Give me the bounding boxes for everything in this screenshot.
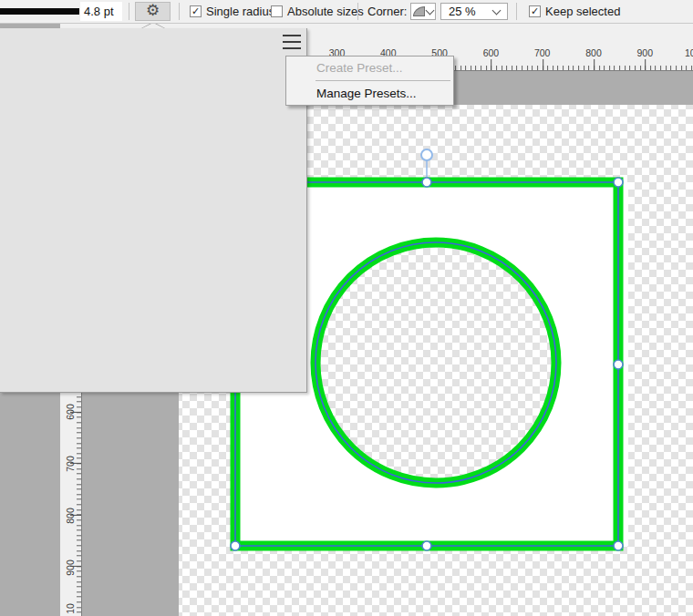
corner-type-dropdown[interactable] xyxy=(410,3,436,20)
stroke-width-field[interactable]: 4.8 pt xyxy=(80,2,122,21)
ruler-tick-label: 600 xyxy=(483,47,500,58)
selection-handle-top-center[interactable] xyxy=(422,178,431,187)
toolbar-separator xyxy=(179,3,180,20)
stroke-settings-button[interactable]: ⚙ xyxy=(135,2,171,21)
selection-handle-middle-right[interactable] xyxy=(614,360,623,369)
hamburger-menu-button[interactable] xyxy=(283,35,301,49)
menu-item-manage-presets[interactable]: Manage Presets... xyxy=(286,83,453,104)
ruler-tick-label: 10 xyxy=(685,47,693,58)
checkbox-label: Keep selected xyxy=(545,5,620,18)
tool-options-toolbar: 4.8 pt ⚙ ✓ Single radius Absolute sizes … xyxy=(0,0,693,24)
toolbar-separator xyxy=(357,3,358,20)
menu-separator xyxy=(315,80,450,81)
rotation-handle[interactable] xyxy=(421,149,432,160)
menu-item-create-preset: Create Preset... xyxy=(286,57,453,78)
rounded-corner-icon xyxy=(413,6,425,16)
checkbox-label: Absolute sizes xyxy=(287,5,364,18)
keep-selected-checkbox[interactable]: ✓ Keep selected xyxy=(529,0,620,23)
checkbox-checked-icon[interactable]: ✓ xyxy=(529,5,541,17)
ruler-tick-label: 800 xyxy=(585,47,602,58)
shape-fill-fringe xyxy=(623,182,628,546)
absolute-sizes-checkbox[interactable]: Absolute sizes xyxy=(271,0,364,23)
toolbar-separator xyxy=(516,3,517,20)
stroke-width-preview[interactable] xyxy=(0,8,79,15)
ruler-tick-label: 900 xyxy=(637,47,654,58)
corner-label: Corner: xyxy=(367,0,407,23)
corner-percent-value: 25 % xyxy=(449,5,476,18)
checkbox-unchecked-icon[interactable] xyxy=(271,5,283,17)
application-window: 300 400 500 600 700 800 900 10 600 700 8… xyxy=(0,0,693,616)
hamburger-bar xyxy=(283,41,301,43)
chevron-down-icon xyxy=(492,5,502,15)
ruler-tick-label: 700 xyxy=(534,47,551,58)
corner-percent-combobox[interactable]: 25 % xyxy=(440,3,508,20)
toolbar-separator xyxy=(129,3,129,20)
selection-handle-top-right[interactable] xyxy=(614,178,623,187)
hamburger-bar xyxy=(283,35,301,36)
selection-handle-bottom-left[interactable] xyxy=(231,541,240,550)
stroke-settings-popup xyxy=(0,28,307,393)
checkbox-label: Single radius xyxy=(206,5,274,18)
single-radius-checkbox[interactable]: ✓ Single radius xyxy=(190,0,274,23)
chevron-down-icon xyxy=(426,5,435,15)
presets-context-menu: Create Preset... Manage Presets... xyxy=(285,56,454,106)
checkbox-checked-icon[interactable]: ✓ xyxy=(190,5,202,17)
gear-icon: ⚙ xyxy=(146,2,160,19)
selection-handle-bottom-center[interactable] xyxy=(422,541,431,550)
selection-handle-bottom-right[interactable] xyxy=(614,541,623,550)
hamburger-bar xyxy=(283,47,301,49)
